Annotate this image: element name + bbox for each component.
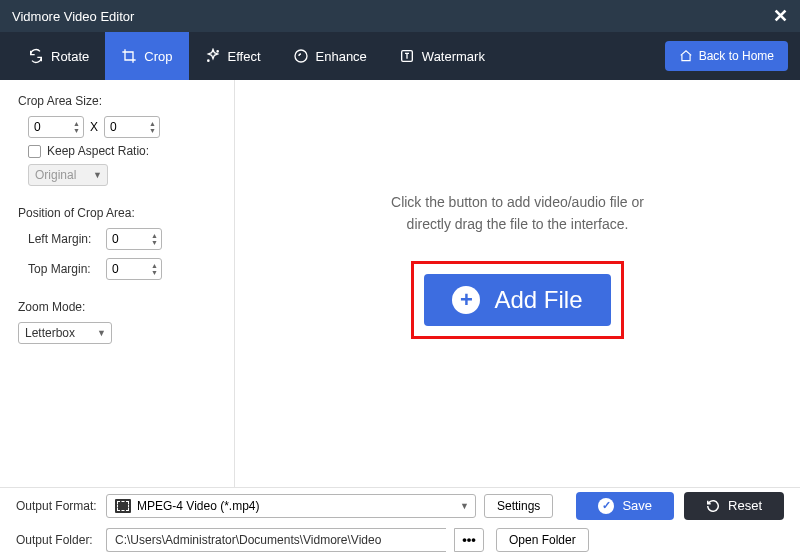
output-folder-input[interactable]: C:\Users\Administrator\Documents\Vidmore… [106, 528, 446, 552]
hint-line-2: directly drag the file to the interface. [391, 214, 644, 236]
svg-point-0 [217, 51, 218, 52]
back-home-button[interactable]: Back to Home [665, 41, 788, 71]
crop-width-input[interactable]: 0 ▲▼ [28, 116, 84, 138]
sidebar: Crop Area Size: 0 ▲▼ X 0 ▲▼ Keep Aspect … [0, 80, 235, 487]
rotate-icon [28, 48, 44, 64]
output-format-select[interactable]: MPEG-4 Video (*.mp4) ▼ [106, 494, 476, 518]
effect-icon [205, 48, 221, 64]
save-label: Save [622, 498, 652, 513]
content-area[interactable]: Click the button to add video/audio file… [235, 80, 800, 487]
svg-point-2 [295, 50, 307, 62]
add-file-label: Add File [494, 286, 582, 314]
footer: Output Format: MPEG-4 Video (*.mp4) ▼ Se… [0, 487, 800, 555]
tab-label: Enhance [316, 49, 367, 64]
left-margin-value: 0 [112, 232, 119, 246]
output-folder-label: Output Folder: [16, 533, 98, 547]
plus-icon: + [452, 286, 480, 314]
zoom-mode-label: Zoom Mode: [18, 300, 216, 314]
back-home-label: Back to Home [699, 49, 774, 63]
top-margin-value: 0 [112, 262, 119, 276]
tab-effect[interactable]: Effect [189, 32, 277, 80]
output-format-value: MPEG-4 Video (*.mp4) [137, 499, 260, 513]
hint-line-1: Click the button to add video/audio file… [391, 192, 644, 214]
tab-enhance[interactable]: Enhance [277, 32, 383, 80]
settings-button[interactable]: Settings [484, 494, 553, 518]
spinner-arrows-icon[interactable]: ▲▼ [151, 262, 158, 276]
enhance-icon [293, 48, 309, 64]
position-label: Position of Crop Area: [18, 206, 216, 220]
watermark-icon [399, 48, 415, 64]
add-file-button[interactable]: + Add File [424, 274, 610, 326]
tab-label: Effect [228, 49, 261, 64]
tab-rotate[interactable]: Rotate [12, 32, 105, 80]
zoom-section: Zoom Mode: Letterbox ▼ [18, 300, 216, 344]
output-folder-value: C:\Users\Administrator\Documents\Vidmore… [115, 533, 381, 547]
crop-icon [121, 48, 137, 64]
tab-watermark[interactable]: Watermark [383, 32, 501, 80]
tab-label: Rotate [51, 49, 89, 64]
spinner-arrows-icon[interactable]: ▲▼ [149, 120, 156, 134]
toolbar: Rotate Crop Effect Enhance Watermark Bac… [0, 32, 800, 80]
chevron-down-icon: ▼ [97, 328, 106, 338]
tab-label: Crop [144, 49, 172, 64]
position-section: Position of Crop Area: Left Margin: 0 ▲▼… [18, 206, 216, 280]
crop-width-value: 0 [34, 120, 41, 134]
x-separator: X [90, 120, 98, 134]
undo-icon [706, 499, 720, 513]
zoom-mode-select[interactable]: Letterbox ▼ [18, 322, 112, 344]
crop-height-value: 0 [110, 120, 117, 134]
close-icon[interactable]: ✕ [773, 5, 788, 27]
keep-aspect-checkbox[interactable] [28, 145, 41, 158]
format-icon [115, 499, 131, 513]
crop-size-section: Crop Area Size: 0 ▲▼ X 0 ▲▼ Keep Aspect … [18, 94, 216, 186]
spinner-arrows-icon[interactable]: ▲▼ [151, 232, 158, 246]
crop-height-input[interactable]: 0 ▲▼ [104, 116, 160, 138]
check-icon: ✓ [598, 498, 614, 514]
zoom-mode-value: Letterbox [25, 326, 75, 340]
save-button[interactable]: ✓ Save [576, 492, 674, 520]
aspect-preset-select: Original ▼ [28, 164, 108, 186]
aspect-preset-value: Original [35, 168, 76, 182]
tab-crop[interactable]: Crop [105, 32, 188, 80]
tab-label: Watermark [422, 49, 485, 64]
output-format-label: Output Format: [16, 499, 98, 513]
open-folder-button[interactable]: Open Folder [496, 528, 589, 552]
chevron-down-icon: ▼ [460, 501, 469, 511]
top-margin-label: Top Margin: [28, 262, 100, 276]
reset-label: Reset [728, 498, 762, 513]
left-margin-input[interactable]: 0 ▲▼ [106, 228, 162, 250]
home-icon [679, 49, 693, 63]
chevron-down-icon: ▼ [93, 170, 102, 180]
app-title: Vidmore Video Editor [12, 9, 773, 24]
titlebar: Vidmore Video Editor ✕ [0, 0, 800, 32]
main: Crop Area Size: 0 ▲▼ X 0 ▲▼ Keep Aspect … [0, 80, 800, 487]
left-margin-label: Left Margin: [28, 232, 100, 246]
keep-aspect-label: Keep Aspect Ratio: [47, 144, 149, 158]
drop-hint: Click the button to add video/audio file… [391, 192, 644, 235]
spinner-arrows-icon[interactable]: ▲▼ [73, 120, 80, 134]
add-file-highlight: + Add File [411, 261, 623, 339]
reset-button[interactable]: Reset [684, 492, 784, 520]
svg-point-1 [207, 60, 208, 61]
top-margin-input[interactable]: 0 ▲▼ [106, 258, 162, 280]
browse-button[interactable]: ••• [454, 528, 484, 552]
crop-area-size-label: Crop Area Size: [18, 94, 216, 108]
